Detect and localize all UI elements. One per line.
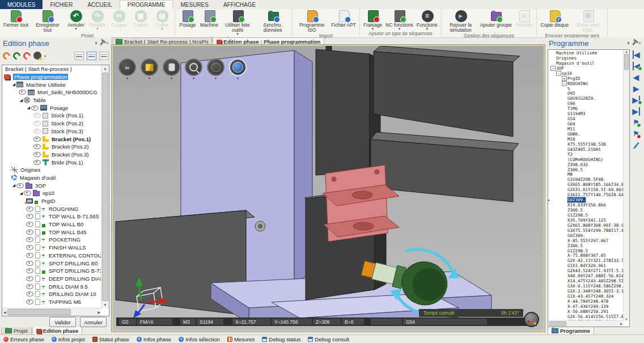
skip-to-start-icon[interactable]: ◀ bbox=[633, 51, 640, 58]
gcode-line[interactable]: G2X31.01Y150.5I-69.003 bbox=[548, 187, 624, 192]
visibility-eye-icon[interactable] bbox=[26, 237, 33, 242]
tree-toggle-box[interactable]: − bbox=[562, 81, 567, 86]
simulation-camera-icon[interactable] bbox=[524, 312, 539, 327]
tree-item[interactable]: ╤TOP WALL B-71.565 bbox=[2, 213, 101, 221]
machine-button[interactable]: Machine bbox=[198, 9, 220, 36]
tree-item[interactable]: Stock (Pos.3) bbox=[2, 128, 101, 135]
tree-item[interactable]: Bracket (Pos.3) bbox=[2, 151, 101, 159]
3d-viewport[interactable]: ∞ Temps cumulé 0h 1'43" G0FMAXM3S1194X=2… bbox=[112, 45, 545, 332]
ribbon-tab-accueil[interactable]: ACCUEIL bbox=[80, 0, 119, 9]
tree-item[interactable]: ◢Posage bbox=[2, 104, 101, 112]
tree-item[interactable]: Bracket (Pos.1) bbox=[2, 135, 101, 143]
copie-disque-button[interactable]: 2Copie disque bbox=[539, 9, 570, 33]
tree-toggle-box[interactable]: + bbox=[562, 76, 567, 81]
tree-item[interactable]: ╤FINISH WALLS bbox=[2, 244, 101, 252]
tree-horizontal-scrollbar[interactable]: ◀ ▶ bbox=[2, 308, 101, 316]
gcode-line[interactable]: X14.475Y243.405Z298.5I bbox=[548, 278, 624, 283]
skip-to-start-alt-icon[interactable]: ◀ bbox=[633, 62, 640, 70]
gcode-line[interactable]: G2X-42.11Y321.278I33.7 bbox=[548, 258, 624, 263]
utiliser-liste-outils-button[interactable]: Utiliser liste outils▼ bbox=[220, 9, 255, 36]
tab-projet[interactable]: Projet bbox=[1, 327, 32, 335]
code-vertical-scrollbar[interactable]: ▲▼ bbox=[623, 50, 629, 321]
gcode-line[interactable]: −3OP bbox=[548, 66, 624, 71]
tree-item[interactable]: Stock (Pos.2) bbox=[2, 120, 101, 128]
visibility-eye-icon[interactable] bbox=[26, 268, 33, 273]
gcode-line[interactable]: X40.09Y247.088I-56.814 bbox=[548, 273, 624, 278]
gcode-line[interactable]: X-47.436Y249.129 bbox=[548, 304, 624, 309]
tree-item[interactable]: ◢3OP bbox=[2, 181, 101, 189]
visibility-eye-icon[interactable] bbox=[26, 291, 33, 297]
visibility-eye-icon[interactable] bbox=[26, 214, 33, 219]
tree-item[interactable]: ╤DEEP DRILLING DIAM 5 bbox=[2, 275, 101, 283]
gcode-line[interactable]: G3X65.808Y185.166I34.8 bbox=[548, 182, 624, 187]
step-forward-icon[interactable]: ▶ bbox=[633, 85, 639, 92]
pin-icon[interactable] bbox=[100, 41, 104, 45]
gcode-line[interactable]: Magasin d'outil bbox=[548, 61, 624, 66]
tree-toggle-box[interactable]: − bbox=[550, 66, 556, 71]
tree-item[interactable]: Bracket ( Start Re-process ) bbox=[2, 65, 101, 73]
visibility-eye-icon[interactable] bbox=[33, 121, 41, 126]
ribbon-tab-programme[interactable]: PROGRAMME bbox=[120, 0, 173, 9]
code-horizontal-scrollbar[interactable]: ▶ bbox=[548, 320, 624, 327]
visibility-eye-icon[interactable] bbox=[26, 276, 33, 281]
rotate-view-button[interactable] bbox=[229, 58, 247, 76]
fermer-tout-button[interactable]: Fermer tout bbox=[2, 9, 30, 33]
tab-edition-phase[interactable]: Edition phase bbox=[32, 327, 82, 335]
gcode-line[interactable]: X35.709Y341.125 bbox=[548, 218, 624, 223]
ribbon-tab-fichier[interactable]: FICHIER bbox=[43, 0, 80, 9]
gcode-line[interactable]: Z300.5 bbox=[548, 243, 624, 248]
iso-view-button[interactable] bbox=[141, 58, 158, 76]
enregistrer-tout-button[interactable]: Enregistrer tout bbox=[30, 9, 65, 33]
tree-item[interactable]: SPOT DRILLING B-71.565 bbox=[2, 267, 101, 275]
visibility-eye-icon[interactable] bbox=[33, 144, 41, 149]
gcode-line[interactable]: (COM=ROUGHING) bbox=[548, 157, 624, 162]
expander-icon[interactable]: ◢ bbox=[11, 82, 16, 87]
gcode-line[interactable]: G69 bbox=[548, 121, 624, 126]
list-view-small-button[interactable] bbox=[99, 52, 109, 60]
list-view-medium-button[interactable] bbox=[87, 52, 96, 60]
cam-green-icon[interactable] bbox=[11, 50, 22, 61]
visibility-eye-icon[interactable] bbox=[33, 160, 41, 165]
gcode-line[interactable]: G3X-0.115Y248.586Z298. bbox=[548, 283, 624, 289]
gcode-line[interactable]: T2 bbox=[548, 152, 624, 157]
select-stop-icon[interactable]: ⚑ bbox=[633, 130, 639, 138]
tree-item[interactable]: ╤EXTERNAL CONTOURNI bbox=[2, 252, 101, 260]
statusbar-item-erreurs-phase[interactable]: Erreurs phase bbox=[3, 336, 44, 342]
annuler-button[interactable]: Annuler bbox=[80, 317, 107, 327]
skip-to-end-icon[interactable]: ▶ bbox=[633, 108, 640, 115]
gcode-line[interactable]: G3X21.757Y140.756I8.64 bbox=[548, 192, 624, 197]
rejouer-la-simulation-button[interactable]: ▸Rejouer la simulation bbox=[443, 9, 478, 33]
gcode-line[interactable]: ▶G0Z309. bbox=[548, 197, 624, 202]
ribbon-tab-modules[interactable]: MODULES bbox=[0, 0, 43, 9]
visibility-eye-icon[interactable] bbox=[33, 113, 41, 118]
gcode-line[interactable]: G1Z298.5 bbox=[548, 248, 624, 253]
gcode-line[interactable]: G1X1.84Y320.961 bbox=[548, 263, 624, 268]
gcode-line[interactable]: M11 bbox=[548, 126, 624, 132]
tree-item[interactable]: ╤SPOT DRILLING B0 bbox=[2, 259, 101, 267]
tree-item[interactable]: ◢Table bbox=[2, 96, 101, 104]
gcode-line[interactable]: G2X-2.348Y248.305I-3.1 bbox=[548, 289, 624, 294]
gcode-line[interactable]: Z300.5 bbox=[548, 208, 624, 213]
nc-fonctions-button[interactable]: NC fonctions▼ bbox=[384, 9, 415, 31]
ribbon-tab-mesures[interactable]: MESURES bbox=[173, 0, 215, 9]
visibility-eye-icon[interactable] bbox=[26, 299, 33, 304]
cam-options-icon[interactable] bbox=[33, 52, 41, 60]
visibility-eye-icon[interactable] bbox=[16, 183, 24, 188]
gcode-line[interactable]: X75.555Y198.538 bbox=[548, 142, 624, 147]
tree-item[interactable]: PrgID bbox=[2, 197, 101, 205]
tree-item[interactable]: TOP WALL B45 bbox=[2, 228, 101, 236]
statusbar-item-infos-s-lection[interactable]: Infos sélection bbox=[179, 336, 220, 342]
gcode-line[interactable]: G1X-43.457Y248.324 bbox=[548, 294, 624, 299]
zoom-button[interactable] bbox=[185, 58, 202, 76]
gcode-line[interactable]: % bbox=[548, 86, 624, 91]
visibility-eye-icon[interactable] bbox=[33, 137, 41, 142]
expander-icon[interactable]: ◢ bbox=[19, 191, 24, 196]
gcode-line[interactable]: Origines bbox=[548, 56, 624, 61]
statusbar-item-mesures[interactable]: Mesures bbox=[227, 336, 255, 342]
visibility-eye-icon[interactable] bbox=[24, 190, 31, 196]
statusbar-item-infos-projet[interactable]: Infos projet bbox=[52, 336, 85, 342]
tree-item[interactable]: ◢Machine Utilisée bbox=[2, 81, 101, 88]
select-start-icon[interactable]: ⚑ bbox=[633, 119, 639, 126]
visibility-eye-icon[interactable] bbox=[26, 230, 33, 235]
visibility-eye-icon[interactable] bbox=[33, 152, 41, 157]
